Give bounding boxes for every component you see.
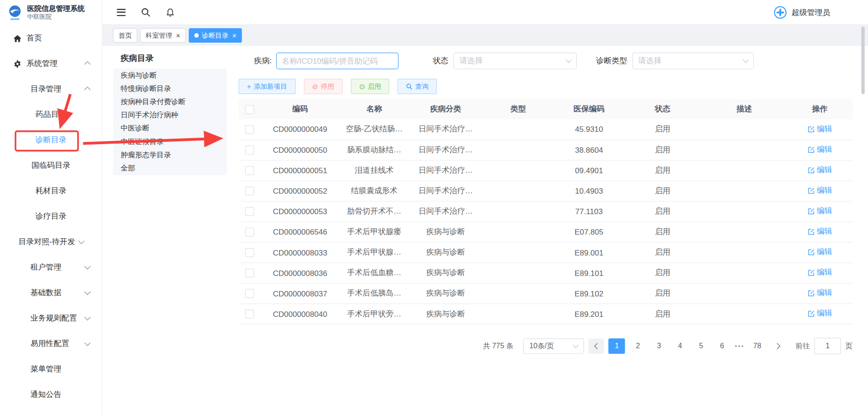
prev-page-button[interactable] bbox=[589, 338, 604, 354]
menu-label: 目录管理 bbox=[30, 84, 61, 94]
row-checkbox[interactable] bbox=[245, 289, 254, 298]
cell-disease-category: 疾病与诊断 bbox=[409, 221, 482, 242]
edit-button[interactable]: 编辑 bbox=[808, 185, 833, 195]
scrollbar-thumb[interactable] bbox=[861, 26, 864, 94]
edit-button[interactable]: 编辑 bbox=[808, 247, 833, 257]
sidebar-item-treatment-catalog[interactable]: 诊疗目录 bbox=[0, 204, 102, 229]
sidebar-item-usability-config[interactable]: 易用性配置 bbox=[0, 331, 102, 356]
edit-icon bbox=[808, 249, 815, 256]
sidebar-menu: 首页 系统管理 目录管理 药品目录 诊断目录 国临码目录 bbox=[0, 25, 102, 408]
catalog-item[interactable]: 疾病与诊断 bbox=[113, 69, 227, 82]
bell-icon[interactable] bbox=[165, 7, 175, 17]
tab-diagnosis-catalog[interactable]: 诊断目录 × bbox=[189, 28, 242, 43]
sidebar-item-business-rules[interactable]: 业务规则配置 bbox=[0, 306, 102, 331]
cell-description bbox=[701, 140, 787, 160]
row-checkbox[interactable] bbox=[245, 207, 254, 216]
sidebar-item-notice[interactable]: 通知公告 bbox=[0, 382, 102, 407]
cell-description bbox=[701, 221, 787, 242]
catalog-item[interactable]: 肿瘤形态学目录 bbox=[113, 148, 227, 161]
disable-button[interactable]: ⊘ 停用 bbox=[304, 79, 342, 94]
page-button-1[interactable]: 1 bbox=[609, 338, 625, 354]
row-checkbox[interactable] bbox=[245, 269, 254, 277]
row-checkbox[interactable] bbox=[245, 125, 254, 134]
row-checkbox[interactable] bbox=[245, 146, 254, 155]
sidebar-item-diagnosis-catalog[interactable]: 诊断目录 bbox=[0, 127, 102, 153]
chevron-down-icon bbox=[565, 57, 572, 63]
cell-insurance-code: E89.201 bbox=[554, 304, 624, 324]
sidebar-item-drug-catalog[interactable]: 药品目录 bbox=[0, 102, 102, 127]
page-button-78[interactable]: 78 bbox=[749, 338, 766, 354]
logo-row: 医院信息管理系统 中联医院 bbox=[0, 0, 102, 25]
menu-label: 药品目录 bbox=[35, 110, 66, 120]
disease-label: 疾病: bbox=[254, 56, 272, 66]
menu-label: 租户管理 bbox=[30, 262, 61, 272]
page-size-select[interactable]: 10条/页 bbox=[524, 338, 584, 354]
diagnosis-type-select[interactable]: 请选择 bbox=[632, 53, 754, 70]
row-checkbox[interactable] bbox=[245, 166, 254, 175]
catalog-item[interactable]: 按病种目录付费诊断 bbox=[113, 95, 227, 109]
row-checkbox[interactable] bbox=[245, 228, 254, 236]
user-name: 超级管理员 bbox=[792, 7, 830, 17]
close-icon[interactable]: × bbox=[176, 32, 180, 39]
sidebar-item-catalog-mapping[interactable]: 目录对照-待开发 bbox=[0, 229, 102, 255]
edit-button[interactable]: 编辑 bbox=[808, 227, 833, 237]
edit-button[interactable]: 编辑 bbox=[808, 309, 833, 319]
filter-row: 疾病: 状态 请选择 诊断类型 请选择 bbox=[239, 53, 853, 70]
catalog-item[interactable]: 中医诊断 bbox=[113, 122, 227, 135]
page-button-2[interactable]: 2 bbox=[630, 338, 647, 354]
page-button-4[interactable]: 4 bbox=[672, 338, 688, 354]
sidebar-item-national-code-catalog[interactable]: 国临码目录 bbox=[0, 153, 102, 178]
page-button-5[interactable]: 5 bbox=[693, 338, 709, 354]
edit-icon bbox=[808, 310, 815, 317]
user-menu[interactable]: 超级管理员 bbox=[773, 0, 830, 25]
search-icon[interactable] bbox=[140, 7, 150, 17]
page-button-3[interactable]: 3 bbox=[651, 338, 668, 354]
sidebar-item-basic-data[interactable]: 基础数据 bbox=[0, 280, 102, 306]
sidebar-item-menu-mgmt[interactable]: 菜单管理 bbox=[0, 356, 102, 382]
sidebar-item-tenant-mgmt[interactable]: 租户管理 bbox=[0, 255, 102, 280]
page-button-6[interactable]: 6 bbox=[714, 338, 731, 354]
catalog-item[interactable]: 日间手术治疗病种 bbox=[113, 109, 227, 122]
cell-disease-category: 疾病与诊断 bbox=[409, 242, 482, 262]
goto-page-input[interactable] bbox=[814, 337, 841, 354]
row-checkbox[interactable] bbox=[245, 248, 254, 257]
cell-type bbox=[482, 242, 554, 262]
sidebar-item-system[interactable]: 系统管理 bbox=[0, 51, 102, 76]
catalog-item[interactable]: 全部 bbox=[113, 162, 227, 175]
edit-button[interactable]: 编辑 bbox=[808, 206, 833, 216]
edit-icon bbox=[808, 290, 815, 297]
close-icon[interactable]: × bbox=[232, 32, 236, 39]
sidebar-item-catalog-mgmt[interactable]: 目录管理 bbox=[0, 76, 102, 102]
disease-search-input[interactable] bbox=[276, 53, 399, 70]
add-item-button[interactable]: + 添加新项目 bbox=[239, 79, 295, 94]
cell-disease-category: 日间手术治疗… bbox=[409, 201, 482, 221]
cell-status: 启用 bbox=[624, 201, 702, 221]
sidebar-item-consumables-catalog[interactable]: 耗材目录 bbox=[0, 178, 102, 204]
tab-department-mgmt[interactable]: 科室管理 × bbox=[140, 28, 186, 43]
row-checkbox[interactable] bbox=[245, 187, 254, 195]
main-area: 超级管理员 首页 科室管理 × 诊断目录 × 疾病目录 bbox=[102, 0, 868, 416]
edit-button[interactable]: 编辑 bbox=[808, 145, 833, 155]
select-all-checkbox[interactable] bbox=[245, 105, 254, 114]
edit-button[interactable]: 编辑 bbox=[808, 288, 833, 298]
sidebar-item-home[interactable]: 首页 bbox=[0, 25, 102, 51]
table-header-row: 编码 名称 疾病分类 类型 医保编码 状态 描述 操作 bbox=[239, 99, 853, 119]
edit-button[interactable]: 编辑 bbox=[808, 124, 833, 134]
edit-button[interactable]: 编辑 bbox=[808, 268, 833, 278]
cell-description bbox=[701, 180, 787, 201]
cell-insurance-code: E89.001 bbox=[554, 242, 624, 262]
edit-icon bbox=[808, 125, 815, 133]
col-header-insurance-code: 医保编码 bbox=[554, 99, 624, 119]
tab-home[interactable]: 首页 bbox=[113, 28, 137, 43]
query-button[interactable]: 查询 bbox=[398, 79, 437, 94]
catalog-item[interactable]: 中医证候目录 bbox=[113, 135, 227, 148]
cell-type bbox=[482, 304, 554, 324]
row-checkbox[interactable] bbox=[245, 310, 254, 318]
enable-button[interactable]: ⊙ 启用 bbox=[351, 79, 389, 94]
next-page-button[interactable] bbox=[770, 338, 785, 354]
collapse-menu-icon[interactable] bbox=[117, 9, 125, 16]
pages-ellipsis[interactable]: ••• bbox=[735, 342, 744, 349]
status-select[interactable]: 请选择 bbox=[453, 53, 577, 70]
edit-button[interactable]: 编辑 bbox=[808, 165, 833, 175]
catalog-item[interactable]: 特慢病诊断目录 bbox=[113, 82, 227, 95]
